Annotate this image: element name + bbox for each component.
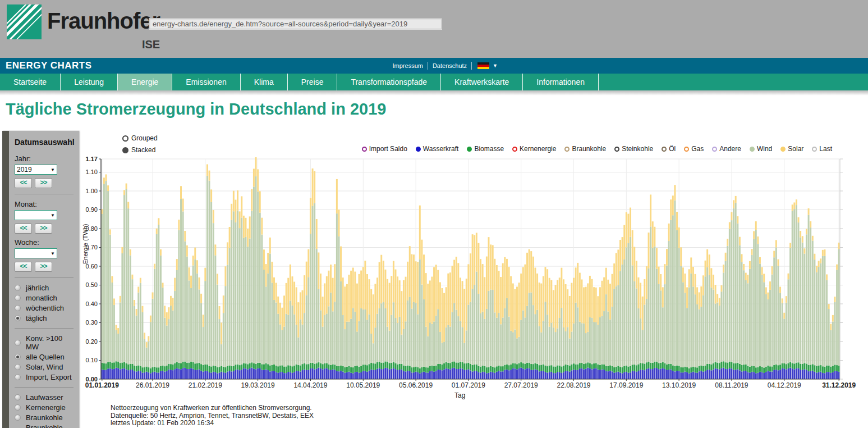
mode-radio-icon[interactable] [122, 135, 128, 142]
legend-label: Andere [719, 145, 741, 153]
legend-item-solar[interactable]: Solar [780, 145, 803, 153]
nav-tab-emissionen[interactable]: Emissionen [172, 74, 240, 90]
x-tick-label: 26.01.2019 [130, 381, 175, 389]
mode-radio-icon[interactable] [122, 147, 128, 153]
x-axis-title: Tag [454, 391, 465, 399]
separator [15, 328, 74, 329]
legend-marker-icon [750, 147, 755, 152]
nav-tab-preise[interactable]: Preise [288, 74, 338, 90]
x-tick-label: 17.09.2019 [604, 381, 649, 389]
mode-option-stacked[interactable]: Stacked [122, 146, 158, 154]
radio-icon[interactable] [15, 394, 21, 400]
legend-label: Biomasse [474, 145, 504, 153]
y-tick-label: 0.80 [79, 225, 98, 232]
nav-tab-informationen[interactable]: Informationen [523, 74, 599, 90]
fuel-radio-group: LaufwasserKernenergieBraunkohleBraunkohl… [15, 393, 76, 428]
browser-header: Fraunhofer ISE [0, 0, 868, 58]
radio-icon[interactable] [15, 285, 21, 291]
radio-icon[interactable] [15, 354, 21, 360]
legend-label: Import Saldo [369, 145, 407, 153]
legend-label: Gas [691, 145, 704, 153]
legend-item-braunkohle[interactable]: Braunkohle [564, 145, 606, 153]
radio-label: Solar, Wind [26, 363, 63, 371]
legend-label: Öl [669, 145, 676, 153]
legend-item-last[interactable]: Last [812, 145, 832, 153]
legend-label: Solar [788, 145, 803, 153]
week-next-button[interactable]: >> [35, 262, 52, 272]
period-option-jährlich[interactable]: jährlich [15, 284, 76, 292]
legend-item-biomasse[interactable]: Biomasse [467, 145, 504, 153]
source-option-alle-quellen[interactable]: alle Quellen [15, 353, 76, 361]
radio-icon[interactable] [15, 295, 21, 301]
select-caret-icon: ▼ [50, 251, 55, 256]
separator [15, 194, 74, 194]
week-prev-button[interactable]: << [15, 262, 32, 272]
legend-marker-icon [362, 147, 367, 152]
legend-marker-icon [684, 147, 689, 152]
radio-icon[interactable] [15, 404, 21, 411]
fraunhofer-logo-icon [7, 4, 42, 39]
legend-item-wind[interactable]: Wind [750, 145, 772, 153]
radio-icon[interactable] [15, 415, 21, 421]
nav-tab-energie[interactable]: Energie [118, 74, 172, 90]
y-tick-label: 0.30 [79, 319, 98, 326]
nav-tab-klima[interactable]: Klima [241, 74, 288, 90]
radio-icon[interactable] [15, 315, 21, 321]
fuel-option-braunkohle-block[interactable]: Braunkohle Block [15, 424, 76, 428]
period-option-monatlich[interactable]: monatlich [15, 294, 76, 302]
year-prev-button[interactable]: << [15, 178, 32, 188]
radio-label: alle Quellen [26, 353, 65, 361]
legend-item-öl[interactable]: Öl [662, 145, 676, 153]
nav-tab-kraftwerkskarte[interactable]: Kraftwerkskarte [441, 74, 523, 90]
radio-label: Import, Export [26, 373, 72, 381]
source-option-import-export[interactable]: Import, Export [15, 373, 76, 381]
nav-tab-leistung[interactable]: Leistung [61, 74, 118, 90]
legend-item-kernenergie[interactable]: Kernenergie [512, 145, 556, 153]
fuel-option-laufwasser[interactable]: Laufwasser [15, 393, 76, 402]
legend-label: Steinkohle [622, 145, 653, 153]
datenschutz-link[interactable]: Datenschutz [428, 62, 471, 69]
legend-marker-icon [712, 147, 717, 152]
german-flag-icon[interactable] [477, 62, 489, 69]
page-title: Tägliche Stromerzeugung in Deutschland i… [6, 100, 386, 119]
y-tick-label: 0.60 [79, 263, 98, 270]
footnote-line: Datenquelle: 50 Hertz, Amprion, Tennet, … [111, 412, 314, 420]
legend-item-import-saldo[interactable]: Import Saldo [362, 145, 407, 153]
legend-item-andere[interactable]: Andere [712, 145, 741, 153]
impressum-link[interactable]: Impressum [388, 62, 428, 69]
stacked-bar-chart[interactable] [99, 157, 843, 382]
radio-icon[interactable] [15, 364, 21, 370]
source-option-konv-100-mw[interactable]: Konv. >100 MW [15, 334, 76, 351]
period-option-täglich[interactable]: täglich [15, 314, 76, 322]
radio-icon[interactable] [15, 340, 21, 346]
year-select[interactable]: 2019▼ [15, 165, 57, 175]
year-next-button[interactable]: >> [35, 178, 52, 188]
fuel-option-braunkohle[interactable]: Braunkohle [15, 413, 76, 422]
week-select[interactable]: ▼ [15, 248, 57, 258]
month-select[interactable]: ▼ [15, 210, 57, 220]
x-tick-label: 08.11.2019 [709, 381, 754, 389]
url-input[interactable] [149, 18, 442, 29]
mode-label: Stacked [131, 146, 155, 154]
legend-item-steinkohle[interactable]: Steinkohle [614, 145, 653, 153]
nav-tab-transformationspfade[interactable]: Transformationspfade [337, 74, 441, 90]
main-nav: StartseiteLeistungEnergieEmissionenKlima… [0, 74, 868, 90]
month-prev-button[interactable]: << [15, 224, 32, 234]
fuel-option-kernenergie[interactable]: Kernenergie [15, 403, 76, 412]
footnote-line: Nettoerzeugung von Kraftwerken zur öffen… [111, 404, 314, 412]
radio-icon[interactable] [15, 374, 21, 380]
language-dropdown-caret-icon[interactable]: ▼ [493, 63, 498, 69]
y-tick-label: 0.40 [79, 300, 98, 307]
nav-tab-startseite[interactable]: Startseite [0, 74, 61, 90]
period-option-wöchentlich[interactable]: wöchentlich [15, 304, 76, 312]
separator [15, 387, 74, 388]
mode-option-grouped[interactable]: Grouped [122, 134, 158, 142]
source-option-solar-wind[interactable]: Solar, Wind [15, 363, 76, 371]
x-tick-label: 22.08.2019 [552, 381, 596, 389]
legend-item-wasserkraft[interactable]: Wasserkraft [416, 145, 459, 153]
legend-item-gas[interactable]: Gas [684, 145, 704, 153]
radio-icon[interactable] [15, 305, 21, 311]
radio-label: Braunkohle Block [26, 424, 76, 428]
month-next-button[interactable]: >> [35, 224, 52, 234]
chart-footnote: Nettoerzeugung von Kraftwerken zur öffen… [111, 404, 314, 427]
